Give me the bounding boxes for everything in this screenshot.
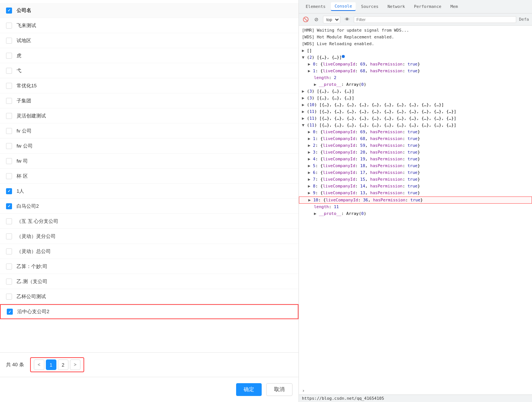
console-line[interactable]: ▶ 1: {liveCompanyId: 68, hasPermission: … [299, 136, 532, 142]
next-page-button[interactable]: > [70, 359, 80, 370]
console-text: ▶ 8: {liveCompanyId: 14, hasPermission: … [308, 184, 420, 189]
tab-sources[interactable]: Sources [357, 3, 382, 11]
company-items-container: 飞来测试试地区虎弋常优化15子集团灵活创建测试fv 公司fw 公司fw 司杯 区… [0, 18, 299, 319]
console-line[interactable]: ▶ 7: {liveCompanyId: 15, hasPermission: … [299, 176, 532, 183]
list-item-checkbox[interactable] [6, 53, 12, 59]
console-text: ▶ (11) [{…}, {…}, {…}, {…}, {…}, {…}, {…… [302, 116, 456, 121]
list-item-checkbox[interactable] [6, 158, 12, 164]
console-text: ▶ 3: {liveCompanyId: 20, hasPermission: … [308, 150, 420, 155]
console-line[interactable]: ▶ (10) [{…}, {…}, {…}, {…}, {…}, {…}, {…… [299, 102, 532, 108]
list-item-checkbox[interactable] [7, 309, 13, 315]
list-item-checkbox[interactable] [6, 128, 12, 134]
list-item-checkbox[interactable] [6, 203, 12, 209]
clear-console-button[interactable]: 🚫 [302, 16, 309, 23]
context-select[interactable]: top [323, 16, 340, 23]
tab-performance[interactable]: Performance [410, 3, 445, 11]
console-line[interactable]: ▶ 2: {liveCompanyId: 59, hasPermission: … [299, 142, 532, 149]
console-line[interactable]: ▶ 8: {liveCompanyId: 14, hasPermission: … [299, 183, 532, 190]
console-text: length: 2 [314, 75, 336, 80]
filter-toggle-button[interactable]: ⊘ [312, 16, 320, 23]
list-item-checkbox[interactable] [6, 263, 12, 270]
header-checkbox[interactable] [6, 8, 12, 14]
console-line[interactable]: [HMR] Waiting for update signal from WDS… [299, 27, 532, 34]
list-item-checkbox[interactable] [6, 173, 12, 179]
console-line[interactable]: ▼ (11) [{…}, {…}, {…}, {…}, {…}, {…}, {…… [299, 122, 532, 129]
list-item: （灵动）灵分公司 [0, 229, 299, 244]
console-line[interactable]: ▶ 6: {liveCompanyId: 17, hasPermission: … [299, 169, 532, 176]
console-text: ▶ 0: {liveCompanyId: 69, hasPermission: … [308, 62, 420, 67]
console-line[interactable]: ▶ 9: {liveCompanyId: 13, hasPermission: … [299, 190, 532, 196]
console-text: ▶ 5: {liveCompanyId: 18, hasPermission: … [308, 163, 420, 168]
list-item-checkbox[interactable] [6, 98, 12, 104]
prev-page-button[interactable]: < [34, 359, 44, 370]
console-line[interactable]: ▶ 1: {liveCompanyId: 68, hasPermission: … [299, 68, 532, 75]
list-item-checkbox[interactable] [6, 83, 12, 89]
list-item-checkbox[interactable] [6, 279, 12, 285]
console-text: ▶ 10: {liveCompanyId: 36, hasPermission:… [308, 198, 423, 203]
console-line[interactable]: ▶ __proto__: Array(0) [299, 81, 532, 88]
tab-network[interactable]: Network [384, 3, 409, 11]
tab-elements[interactable]: Elements [302, 3, 329, 11]
tab-console[interactable]: Console [331, 2, 356, 11]
list-item-label: （灵动）总公司 [17, 248, 51, 255]
console-line[interactable]: length: 2 [299, 75, 532, 81]
console-cursor-line[interactable]: › [299, 387, 532, 394]
list-item-checkbox[interactable] [6, 233, 12, 239]
console-line[interactable]: [WDS] Hot Module Replacement enabled. [299, 34, 532, 41]
console-line[interactable]: length: 11 [299, 204, 532, 210]
console-text: ▶ 0: {liveCompanyId: 69, hasPermission: … [308, 129, 420, 134]
page-1-button[interactable]: 1 [46, 359, 56, 370]
list-item-checkbox[interactable] [6, 248, 12, 254]
confirm-button[interactable]: 确定 [236, 383, 262, 396]
console-text: length: 11 [314, 204, 339, 209]
console-line[interactable]: ▶ [] [299, 47, 532, 54]
console-text: ▶ [] [302, 48, 312, 53]
devtools-status-bar: https://blog.csdn.net/qq_41654105 [299, 394, 532, 402]
list-item-checkbox[interactable] [6, 218, 12, 224]
console-line[interactable]: ▶ (3) [{…}, {…}, {…}] [299, 95, 532, 102]
console-text: [HMR] Waiting for update signal from WDS… [302, 28, 409, 33]
list-item-label: 沿中心支公司2 [17, 308, 49, 315]
console-line[interactable]: ▶ 0: {liveCompanyId: 69, hasPermission: … [299, 61, 532, 68]
console-line[interactable]: ▶ 3: {liveCompanyId: 20, hasPermission: … [299, 149, 532, 156]
cancel-button[interactable]: 取消 [266, 383, 293, 396]
list-item: 弋 [0, 63, 299, 78]
list-item: 子集团 [0, 93, 299, 108]
console-line[interactable]: ▶ 10: {liveCompanyId: 36, hasPermission:… [299, 196, 532, 204]
list-item-label: 乙杯公司测试 [17, 293, 46, 300]
console-line[interactable]: ▶ (11) [{…}, {…}, {…}, {…}, {…}, {…}, {…… [299, 108, 532, 115]
tab-memory[interactable]: Mem [447, 3, 462, 11]
console-line[interactable]: ▶ (11) [{…}, {…}, {…}, {…}, {…}, {…}, {…… [299, 115, 532, 122]
page-2-button[interactable]: 2 [58, 359, 68, 370]
eye-icon-button[interactable]: 👁 [343, 16, 351, 23]
console-line[interactable]: ▶ __proto__: Array(0) [299, 210, 532, 217]
console-text: ▶ __proto__: Array(0) [314, 211, 366, 216]
list-item-label: fw 司 [17, 158, 28, 164]
list-item-label: 常优化15 [17, 82, 36, 89]
console-line[interactable]: ▼ (2) [{…}, {…}] [299, 54, 532, 61]
list-item-checkbox[interactable] [6, 294, 12, 300]
list-item: 杯 区 [0, 169, 299, 184]
list-item-checkbox[interactable] [6, 143, 12, 149]
console-line[interactable]: ▶ 5: {liveCompanyId: 18, hasPermission: … [299, 163, 532, 169]
list-item-checkbox[interactable] [6, 38, 12, 44]
list-item-label: 试地区 [17, 37, 31, 44]
console-text: ▶ 7: {liveCompanyId: 15, hasPermission: … [308, 177, 420, 182]
list-item-checkbox[interactable] [6, 68, 12, 74]
console-text: ▶ (3) [{…}, {…}, {…}] [302, 89, 354, 94]
list-item-checkbox[interactable] [6, 188, 12, 194]
console-line[interactable]: [WDS] Live Reloading enabled. [299, 41, 532, 47]
list-item-label: fv 公司 [17, 128, 32, 134]
list-item-label: 虎 [17, 52, 21, 59]
filter-input[interactable] [354, 16, 516, 23]
console-line[interactable]: ▶ 0: {liveCompanyId: 69, hasPermission: … [299, 129, 532, 136]
list-item-label: fw 公司 [17, 143, 33, 149]
list-item: fw 公司 [0, 139, 299, 154]
list-item-checkbox[interactable] [6, 113, 12, 119]
list-item-checkbox[interactable] [6, 23, 12, 29]
list-item: 乙算：个妙;司 [0, 259, 299, 274]
console-line[interactable]: ▶ 4: {liveCompanyId: 19, hasPermission: … [299, 156, 532, 163]
total-count: 共 40 条 [6, 361, 24, 368]
console-text: ▶ 1: {liveCompanyId: 68, hasPermission: … [308, 69, 420, 73]
console-line[interactable]: ▶ (3) [{…}, {…}, {…}] [299, 88, 532, 95]
